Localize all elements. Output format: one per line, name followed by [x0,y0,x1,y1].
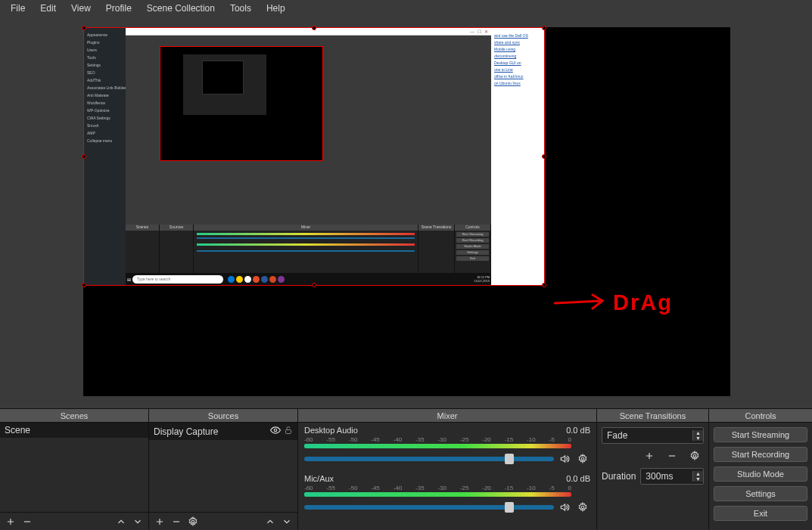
mixer-scale: -60-55-50 -45-40-35 -30-25-20 -15-10-5 0 [304,485,590,491]
scenes-header: Scenes [0,409,148,423]
menu-file[interactable]: File [3,0,33,18]
sources-panel: Sources Display Capture [149,409,298,530]
source-item-label: Display Capture [154,426,218,437]
drag-annotation: DrAg [551,290,673,315]
mini-taskbar: ⊞ Type here to search [126,273,491,285]
display-capture-bounds[interactable]: AppearancePluginsUsers ToolsSettingsSEO … [83,27,545,286]
menu-help[interactable]: Help [259,0,293,18]
sources-list[interactable]: Display Capture [149,423,297,512]
mixer-scale: -60-55-50 -45-40-35 -30-25-20 -15-10-5 0 [304,436,590,443]
duration-value: 300ms [646,471,673,482]
menu-view[interactable]: View [64,0,98,18]
transition-properties-button[interactable] [687,448,702,463]
captured-desktop: AppearancePluginsUsers ToolsSettingsSEO … [84,28,544,285]
duration-label: Duration [602,471,636,482]
source-item[interactable]: Display Capture [149,423,297,440]
menu-tools[interactable]: Tools [222,0,259,18]
scene-up-button[interactable] [114,514,129,529]
exit-button[interactable]: Exit [714,506,807,521]
mixer-ch-db: 0.0 dB [566,474,590,483]
volume-slider[interactable] [304,457,554,461]
scenes-panel: Scenes Scene [0,409,149,530]
transitions-header: Scene Transitions [597,409,708,423]
lock-icon[interactable] [284,425,293,438]
mixer-meter [304,444,571,448]
add-transition-button[interactable] [642,448,657,463]
speaker-icon[interactable] [557,500,572,515]
mixer-channel-desktop: Desktop Audio 0.0 dB -60-55-50 -45-40-35… [298,423,596,471]
chevron-updown-icon[interactable]: ▲▼ [692,471,703,482]
svg-point-4 [581,506,584,509]
chevron-updown-icon[interactable]: ▲▼ [692,430,703,441]
mixer-panel: Mixer Desktop Audio 0.0 dB -60-55-50 -45… [298,409,597,530]
source-up-button[interactable] [263,514,278,529]
mini-window-controls: —☐✕ [126,28,491,36]
menu-bar: File Edit View Profile Scene Collection … [0,0,812,18]
transition-value: Fade [607,430,627,441]
mixer-header: Mixer [298,409,596,423]
sources-header: Sources [149,409,297,423]
controls-panel: Controls Start Streaming Start Recording… [709,409,812,530]
scene-item[interactable]: Scene [0,423,148,438]
svg-point-3 [581,457,584,460]
source-properties-button[interactable] [185,514,201,529]
remove-scene-button[interactable] [20,514,35,529]
controls-header: Controls [709,409,812,423]
menu-edit[interactable]: Edit [33,0,64,18]
svg-point-5 [693,454,696,457]
start-streaming-button[interactable]: Start Streaming [714,427,807,442]
studio-mode-button[interactable]: Studio Mode [714,466,807,482]
scenes-list[interactable]: Scene [0,423,148,512]
preview-area: AppearancePluginsUsers ToolsSettingsSEO … [0,18,812,408]
start-recording-button[interactable]: Start Recording [714,447,807,462]
mixer-channel-mic: Mic/Aux 0.0 dB -60-55-50 -45-40-35 -30-2… [298,471,596,519]
gear-icon[interactable] [575,451,590,466]
mini-wp-sidebar: AppearancePluginsUsers ToolsSettingsSEO … [84,28,126,285]
mini-browser-panel: and use the Dell OSshare and sync Mobile… [491,28,544,285]
mixer-meter [304,492,571,497]
source-down-button[interactable] [279,514,294,529]
bottom-dock: Scenes Scene Sources Display Capture [0,408,812,530]
remove-transition-button[interactable] [664,448,680,463]
duration-input[interactable]: 300ms ▲▼ [640,468,704,485]
settings-button[interactable]: Settings [714,486,807,501]
menu-profile[interactable]: Profile [98,0,139,18]
menu-scene-collection[interactable]: Scene Collection [139,0,222,18]
transitions-panel: Scene Transitions Fade ▲▼ Duration 300ms… [597,409,709,530]
svg-rect-1 [286,430,291,434]
add-scene-button[interactable] [3,514,18,529]
svg-point-0 [274,429,277,432]
visibility-icon[interactable] [270,425,281,438]
preview-canvas[interactable]: AppearancePluginsUsers ToolsSettingsSEO … [83,27,730,396]
volume-slider[interactable] [304,505,554,510]
add-source-button[interactable] [152,514,167,529]
svg-point-2 [191,520,194,523]
scene-down-button[interactable] [130,514,145,529]
mixer-ch-name: Desktop Audio [304,426,358,435]
remove-source-button[interactable] [169,514,184,529]
transition-select[interactable]: Fade ▲▼ [602,427,704,444]
speaker-icon[interactable] [557,451,572,466]
gear-icon[interactable] [575,500,590,515]
mixer-ch-db: 0.0 dB [566,426,590,435]
mixer-ch-name: Mic/Aux [304,474,334,483]
